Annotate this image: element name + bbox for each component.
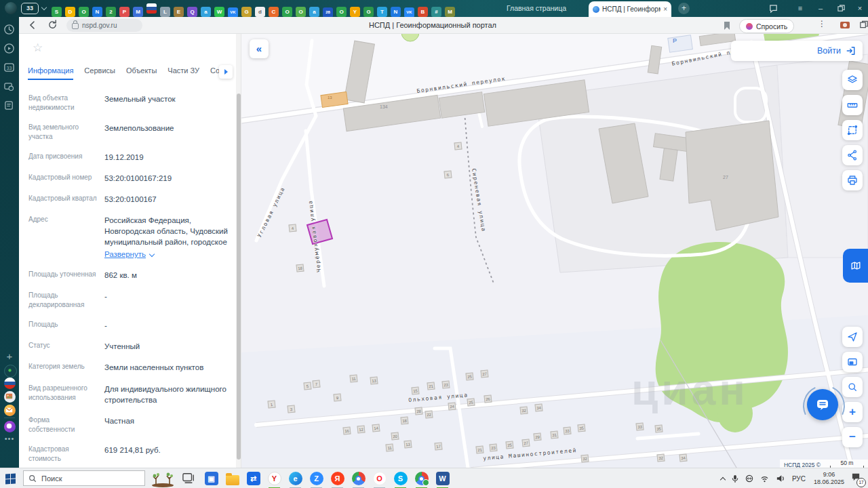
menu-icon[interactable]: ≡ <box>792 0 808 17</box>
ext-green3-icon[interactable]: O <box>296 7 306 17</box>
zoom-in-button[interactable]: + <box>842 402 863 422</box>
ask-button[interactable]: Спросить <box>739 19 794 33</box>
ext-eagle-icon[interactable]: G <box>241 7 252 17</box>
language-indicator[interactable]: РУС <box>792 475 806 483</box>
ext-telegram-icon[interactable]: T <box>377 7 387 17</box>
ext-n2-icon[interactable]: N <box>391 7 401 17</box>
profile-avatar[interactable] <box>5 2 17 14</box>
ext-laptop-icon[interactable]: L <box>160 7 170 17</box>
chrome-app-icon[interactable] <box>348 468 369 488</box>
ext-nav-icon[interactable]: N <box>92 7 102 17</box>
yandex-search-app-icon[interactable]: Я <box>327 468 348 488</box>
screenshot-icon[interactable] <box>840 20 852 32</box>
ext-whatsapp-icon[interactable]: W <box>214 7 224 17</box>
tab-counter[interactable]: 33 <box>21 3 39 14</box>
ext-vk2-icon[interactable]: VK <box>404 7 414 18</box>
word-app-icon[interactable]: W <box>432 468 453 488</box>
tabs-panel-icon[interactable] <box>859 20 868 32</box>
chat-button[interactable] <box>807 389 838 420</box>
map-canvas[interactable]: Борнвильский переулокБорнвильский переуУ… <box>241 34 868 468</box>
ext-colors-icon[interactable]: C <box>269 7 279 17</box>
layers-button[interactable] <box>842 70 863 90</box>
store-app-icon[interactable]: ▣ <box>201 468 222 488</box>
add-panel-icon[interactable]: + <box>3 350 16 363</box>
zoom-app-icon[interactable]: Z <box>306 468 327 488</box>
mail-icon[interactable] <box>4 405 16 416</box>
ext-emblem-icon[interactable]: E <box>174 7 184 17</box>
ext-book-icon[interactable]: B <box>418 7 428 17</box>
ext-mail-icon[interactable]: M <box>133 7 143 17</box>
tabs-scroll-right-button[interactable] <box>219 65 233 79</box>
tab-close-icon[interactable]: × <box>663 5 667 13</box>
teamviewer-app-icon[interactable]: ⇄ <box>243 468 264 488</box>
ext-a2-icon[interactable]: a <box>309 7 319 17</box>
address-bar[interactable]: nspd.gov.ru <box>66 19 142 32</box>
panel-tab-2[interactable]: Сервисы <box>84 66 115 79</box>
favorite-star-icon[interactable]: ☆ <box>33 41 43 55</box>
restore-button[interactable] <box>833 0 849 17</box>
minimap-button[interactable] <box>842 352 863 372</box>
back-icon[interactable] <box>27 20 39 32</box>
teamviewer-tray-icon[interactable] <box>745 474 753 483</box>
network-icon[interactable] <box>760 475 769 483</box>
status-icon[interactable] <box>4 365 17 378</box>
refresh-icon[interactable] <box>47 20 60 32</box>
notes-icon[interactable] <box>3 100 16 112</box>
task-view-button[interactable] <box>182 472 197 485</box>
more-panels-icon[interactable]: ••• <box>3 434 16 447</box>
scrollbar-thumb[interactable] <box>237 94 241 460</box>
panel-tab-4[interactable]: Части ЗУ <box>167 66 199 79</box>
explorer-app-icon[interactable] <box>222 468 243 488</box>
minimize-button[interactable]: – <box>812 0 829 17</box>
history-icon[interactable] <box>3 24 16 36</box>
tab-nspd[interactable]: НСПД | Геоинформаци... × <box>589 1 671 17</box>
ext-2gis-icon[interactable]: 2 <box>106 7 116 17</box>
new-tab-button[interactable]: + <box>678 3 690 14</box>
collapse-panel-button[interactable]: « <box>250 39 269 58</box>
ext-grid-icon[interactable]: # <box>431 7 441 17</box>
alice-bubble-icon[interactable] <box>765 0 781 17</box>
opera-app-icon[interactable]: O <box>369 468 390 488</box>
feedback-tab-button[interactable] <box>843 249 868 283</box>
area-select-button[interactable] <box>842 120 863 140</box>
clock[interactable]: 9:06 18.06.2025 <box>814 471 844 486</box>
ext-ru-flag-icon[interactable] <box>146 3 157 14</box>
taskbar-search[interactable]: Поиск <box>23 470 145 486</box>
panel-tab-3[interactable]: Объекты <box>126 66 157 79</box>
chevron-down-icon[interactable] <box>41 5 47 10</box>
alice-icon[interactable] <box>4 421 16 432</box>
tabs-count-icon[interactable]: 33 <box>3 62 16 74</box>
search-area-button[interactable] <box>842 377 863 397</box>
ext-28-icon[interactable]: 28 <box>323 7 333 18</box>
ext-vk-icon[interactable]: VK <box>228 7 238 18</box>
ext-pin-icon[interactable]: P <box>119 7 130 17</box>
share-button[interactable] <box>842 145 863 165</box>
yandex-browser-app-icon[interactable]: Y <box>264 468 285 488</box>
ruler-button[interactable] <box>842 95 863 115</box>
panel-scrollbar[interactable] <box>236 34 241 468</box>
expand-link[interactable]: Развернуть <box>104 249 229 260</box>
microphone-icon[interactable] <box>732 474 738 483</box>
more-icon[interactable]: ⋮ <box>818 19 830 31</box>
close-button[interactable]: × <box>852 0 868 17</box>
ru-flag-icon[interactable] <box>4 378 16 389</box>
ext-purple-icon[interactable]: Q <box>187 7 197 17</box>
ext-leaf-icon[interactable]: G <box>363 7 374 17</box>
ext-a-icon[interactable]: a <box>201 7 211 17</box>
skype-app-icon[interactable]: S <box>390 468 411 488</box>
ext-shield-icon[interactable]: S <box>52 7 62 17</box>
video-icon[interactable] <box>3 43 16 55</box>
bookmark-icon[interactable] <box>723 21 735 33</box>
ext-green2-icon[interactable]: O <box>282 7 292 17</box>
panel-tab-1[interactable]: Информация <box>28 66 73 80</box>
locate-button[interactable] <box>842 327 863 347</box>
tab-home[interactable]: Главная страница <box>492 0 580 17</box>
volume-icon[interactable] <box>776 474 785 483</box>
start-button[interactable] <box>0 468 20 488</box>
gallery-icon[interactable] <box>4 391 16 403</box>
tray-expand-icon[interactable] <box>721 476 725 482</box>
ext-doc-icon[interactable]: d <box>255 7 265 17</box>
ext-duck-icon[interactable]: D <box>65 7 75 17</box>
screenshot-tool-icon[interactable] <box>3 81 16 93</box>
zoom-out-button[interactable]: − <box>842 427 863 447</box>
